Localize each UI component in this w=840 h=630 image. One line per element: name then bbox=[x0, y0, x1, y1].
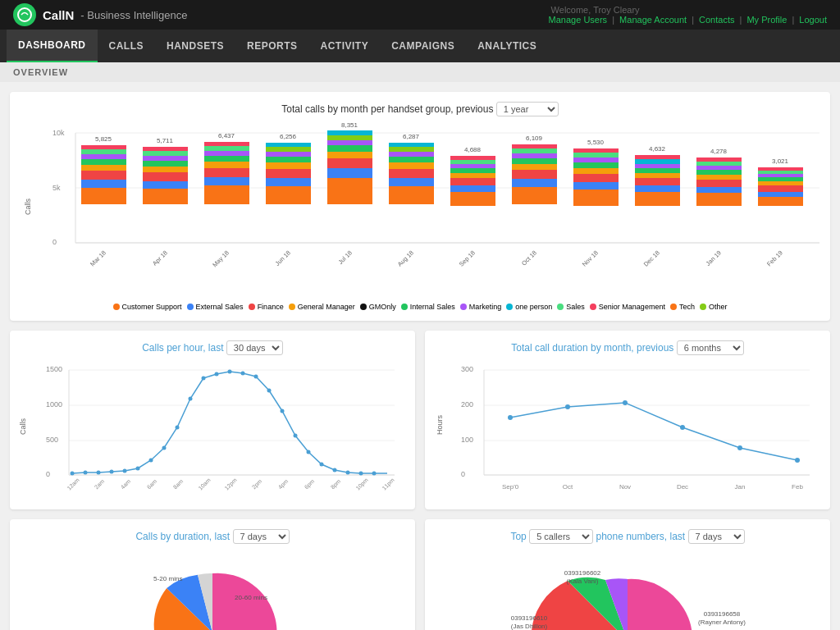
call-duration-period[interactable]: 6 months 12 months bbox=[677, 340, 744, 355]
svg-rect-80 bbox=[512, 170, 557, 179]
svg-text:1000: 1000 bbox=[46, 400, 62, 409]
nav-analytics[interactable]: ANALYTICS bbox=[466, 30, 548, 62]
main-content: Total calls by month per handset group, … bbox=[0, 82, 840, 630]
calls-per-hour-period[interactable]: 30 days 7 days bbox=[226, 340, 283, 355]
svg-text:Jul 18: Jul 18 bbox=[336, 249, 354, 267]
svg-text:Nov: Nov bbox=[619, 483, 631, 491]
my-profile-link[interactable]: My Profile bbox=[746, 15, 787, 25]
nav-reports[interactable]: REPORTS bbox=[235, 30, 309, 62]
bar-chart-period-select[interactable]: 1 year 6 months bbox=[496, 102, 559, 116]
svg-rect-103 bbox=[635, 164, 680, 168]
svg-rect-14 bbox=[81, 149, 126, 154]
svg-rect-68 bbox=[450, 192, 495, 206]
svg-rect-12 bbox=[81, 159, 126, 165]
legend-customer-support: Customer Support bbox=[113, 303, 182, 311]
svg-point-144 bbox=[136, 467, 140, 471]
logout-link[interactable]: Logout bbox=[799, 15, 827, 25]
svg-point-155 bbox=[281, 409, 285, 413]
svg-text:Aug 18: Aug 18 bbox=[396, 249, 415, 268]
svg-rect-111 bbox=[696, 175, 742, 180]
svg-rect-118 bbox=[758, 197, 803, 206]
svg-rect-101 bbox=[635, 173, 680, 178]
svg-rect-39 bbox=[266, 178, 311, 186]
svg-text:Jan 19: Jan 19 bbox=[705, 249, 723, 267]
svg-text:2am: 2am bbox=[94, 478, 106, 491]
svg-rect-124 bbox=[758, 171, 803, 174]
nav-campaigns[interactable]: CAMPAIGNS bbox=[380, 30, 466, 62]
svg-rect-121 bbox=[758, 181, 803, 185]
charts-row-3: Calls by duration, last 7 days 30 days bbox=[10, 519, 830, 630]
contacts-link[interactable]: Contacts bbox=[699, 15, 734, 25]
svg-rect-91 bbox=[573, 168, 619, 174]
svg-rect-50 bbox=[327, 158, 372, 168]
svg-text:20-60 mins: 20-60 mins bbox=[235, 594, 267, 601]
svg-point-188 bbox=[623, 400, 628, 405]
svg-rect-54 bbox=[327, 135, 372, 140]
svg-point-142 bbox=[110, 470, 114, 474]
nav-calls[interactable]: CALLS bbox=[98, 30, 156, 62]
legend-one-person: one person bbox=[506, 303, 552, 311]
svg-text:Jan: Jan bbox=[735, 483, 746, 491]
legend-senior-mgmt: Senior Management bbox=[590, 303, 665, 311]
svg-text:12pm: 12pm bbox=[223, 477, 238, 491]
svg-point-0 bbox=[18, 8, 31, 21]
svg-rect-24 bbox=[143, 151, 188, 156]
svg-text:5,530: 5,530 bbox=[587, 139, 605, 146]
svg-rect-64 bbox=[389, 147, 434, 152]
svg-rect-99 bbox=[635, 185, 680, 192]
svg-text:0: 0 bbox=[461, 470, 465, 478]
svg-rect-58 bbox=[389, 186, 434, 204]
svg-point-157 bbox=[307, 450, 311, 454]
svg-text:Feb: Feb bbox=[792, 483, 803, 491]
svg-text:12am: 12am bbox=[66, 477, 80, 491]
svg-point-156 bbox=[294, 434, 298, 438]
app-name: CallN bbox=[43, 8, 74, 22]
nav-dashboard[interactable]: DASHBOARD bbox=[7, 30, 98, 62]
top-callers-period[interactable]: 7 days 30 days bbox=[688, 529, 745, 544]
svg-rect-93 bbox=[573, 158, 619, 162]
svg-rect-42 bbox=[266, 157, 311, 162]
nav-activity[interactable]: ACTIVITY bbox=[309, 30, 381, 62]
svg-rect-45 bbox=[266, 143, 311, 147]
svg-rect-43 bbox=[266, 152, 311, 157]
legend-marketing: Marketing bbox=[460, 303, 502, 311]
svg-point-162 bbox=[372, 472, 377, 476]
top-callers-count[interactable]: 5 callers 10 callers bbox=[529, 529, 593, 544]
svg-text:8pm: 8pm bbox=[330, 478, 342, 491]
calls-y-label: Calls bbox=[19, 418, 27, 435]
svg-text:Sep 18: Sep 18 bbox=[458, 249, 477, 268]
svg-point-161 bbox=[359, 472, 363, 476]
svg-point-147 bbox=[176, 426, 180, 430]
svg-rect-40 bbox=[266, 169, 311, 178]
svg-point-191 bbox=[795, 458, 800, 463]
svg-rect-13 bbox=[81, 154, 126, 159]
svg-text:8am: 8am bbox=[172, 478, 185, 491]
svg-rect-41 bbox=[266, 162, 311, 169]
svg-point-159 bbox=[333, 468, 337, 472]
svg-rect-32 bbox=[204, 156, 249, 162]
svg-text:10pm: 10pm bbox=[354, 477, 369, 491]
manage-users-link[interactable]: Manage Users bbox=[549, 15, 608, 25]
calls-by-duration-period[interactable]: 7 days 30 days bbox=[233, 529, 290, 544]
svg-text:(Kala Vani): (Kala Vani) bbox=[567, 578, 599, 585]
svg-text:5,825: 5,825 bbox=[95, 135, 112, 143]
legend-finance: Finance bbox=[249, 303, 284, 311]
svg-text:May 18: May 18 bbox=[211, 249, 231, 269]
calls-by-duration-card: Calls by duration, last 7 days 30 days bbox=[10, 519, 415, 630]
calls-per-hour-card: Calls per hour, last 30 days 7 days Call… bbox=[10, 331, 415, 509]
manage-account-link[interactable]: Manage Account bbox=[619, 15, 687, 25]
svg-rect-30 bbox=[204, 168, 249, 177]
svg-rect-83 bbox=[512, 153, 557, 158]
charts-row-2: Calls per hour, last 30 days 7 days Call… bbox=[10, 331, 830, 509]
svg-point-140 bbox=[84, 471, 88, 475]
nav-handsets[interactable]: HANDSETS bbox=[155, 30, 235, 62]
legend-external-sales: External Sales bbox=[187, 303, 244, 311]
svg-rect-59 bbox=[389, 178, 434, 186]
bar-chart-card: Total calls by month per handset group, … bbox=[10, 92, 830, 321]
welcome-text: Welcome, Troy Cleary bbox=[551, 5, 640, 15]
svg-text:1500: 1500 bbox=[46, 365, 62, 373]
svg-rect-11 bbox=[81, 165, 126, 171]
svg-rect-65 bbox=[389, 143, 434, 147]
svg-text:6,437: 6,437 bbox=[218, 132, 235, 139]
svg-rect-84 bbox=[512, 148, 557, 153]
